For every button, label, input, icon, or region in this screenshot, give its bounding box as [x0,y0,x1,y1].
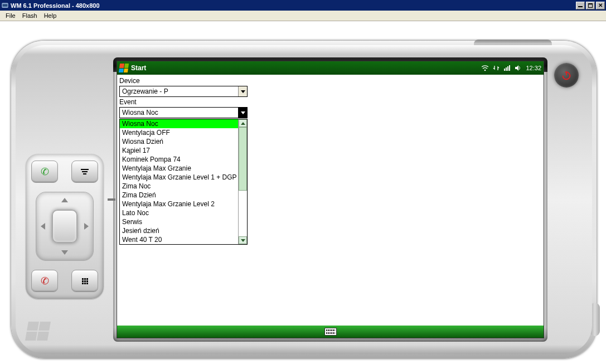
menubar: File Flash Help [0,11,606,21]
wm-start-label: Start [131,64,482,72]
control-pod: ✆ ✆ [26,154,104,299]
lcd-screen: Start 12:32 Device [117,61,544,338]
start-flag-icon [119,64,129,72]
dpad-center-button[interactable] [52,210,77,243]
maximize-button[interactable] [586,2,595,9]
device-label: Device [119,77,541,85]
menu-help[interactable]: Help [41,11,60,20]
dpad-down-icon [61,250,68,255]
keypad-button[interactable] [71,270,98,292]
event-option[interactable]: Wiosna Noc [120,119,238,128]
device-combo[interactable]: Ogrzewanie - P [119,86,248,97]
volume-icon [515,65,521,71]
event-dropdown: Wiosna NocWentylacja OFFWiosna DzieńKąpi… [119,119,248,245]
sync-icon [493,65,500,71]
screen-notch [108,198,115,201]
event-option[interactable]: Wentylaja Max Grzanie Level 1 + DGP [120,173,238,182]
titlebar-text: WM 6.1 Professional - 480x800 [11,2,575,9]
device-skin: ✆ ✆ [11,41,597,358]
event-option[interactable]: Wentylaja Max Grzanie [120,164,238,173]
svg-rect-1 [3,4,8,6]
dpad-right-icon [84,223,89,230]
wm-bottombar[interactable] [117,326,544,338]
event-label: Event [119,98,541,106]
windows-logo-icon [25,322,51,341]
menu-file[interactable]: File [2,11,19,20]
event-option[interactable]: Kąpiel 17 [120,146,238,155]
wm-statusbar[interactable]: Start 12:32 [117,61,544,75]
event-dropdown-items: Wiosna NocWentylacja OFFWiosna DzieńKąpi… [120,119,238,244]
event-option[interactable]: Zima Dzień [120,191,238,200]
chevron-down-icon [238,86,247,96]
dpad-left-icon [41,223,45,230]
calendar-icon [81,169,89,174]
event-option[interactable]: Wentylacja OFF [120,128,238,137]
wm-status-icons: 12:32 [482,65,541,71]
titlebar: WM 6.1 Professional - 480x800 ✕ [0,0,606,11]
scroll-down-button[interactable] [239,236,247,244]
close-button[interactable]: ✕ [596,2,605,9]
scroll-thumb[interactable] [239,127,247,191]
event-option[interactable]: Went 40 T 20 [120,235,238,244]
event-option[interactable]: Zima Noc [120,182,238,191]
wifi-icon [482,65,488,71]
event-option[interactable]: Lato Noc [120,208,238,217]
emulator-window: WM 6.1 Professional - 480x800 ✕ File Fla… [0,0,606,364]
chevron-down-icon [238,108,247,118]
app-icon [1,2,9,9]
wm-content: Device Ogrzewanie - P Event Wiosna Noc [117,75,544,326]
clock-label: 12:32 [526,65,541,71]
hangup-button[interactable]: ✆ [31,270,58,292]
event-combo-value: Wiosna Noc [120,109,238,117]
dpad-up-icon [61,198,68,202]
event-option[interactable]: Serwis [120,217,238,226]
power-icon [560,69,573,81]
svg-point-4 [484,70,486,71]
scroll-up-button[interactable] [239,119,247,127]
client-area: ✆ ✆ [0,21,606,364]
keyboard-icon[interactable] [324,328,337,336]
device-combo-value: Ogrzewanie - P [120,88,238,95]
event-option[interactable]: Jesień dzień [120,226,238,235]
screen-bezel: Start 12:32 Device [113,57,547,342]
event-option[interactable]: Wentylaja Max Grzanie Level 2 [120,200,238,208]
signal-icon [504,65,510,71]
dpad[interactable] [36,192,94,261]
event-option[interactable]: Wiosna Dzień [120,137,238,146]
window-controls: ✕ [575,2,605,9]
event-combo[interactable]: Wiosna Noc [119,107,248,118]
device-inner: ✆ ✆ [16,45,592,354]
minimize-button[interactable] [576,2,585,9]
power-button[interactable] [554,63,579,88]
calendar-button[interactable] [71,161,98,183]
event-option[interactable]: Kominek Pompa 74 [120,155,238,164]
scrollbar[interactable] [238,119,247,244]
call-button[interactable]: ✆ [31,161,58,183]
scroll-track[interactable] [239,127,247,236]
svg-marker-5 [515,65,518,71]
keypad-icon [82,278,88,284]
menu-flash[interactable]: Flash [19,11,41,20]
